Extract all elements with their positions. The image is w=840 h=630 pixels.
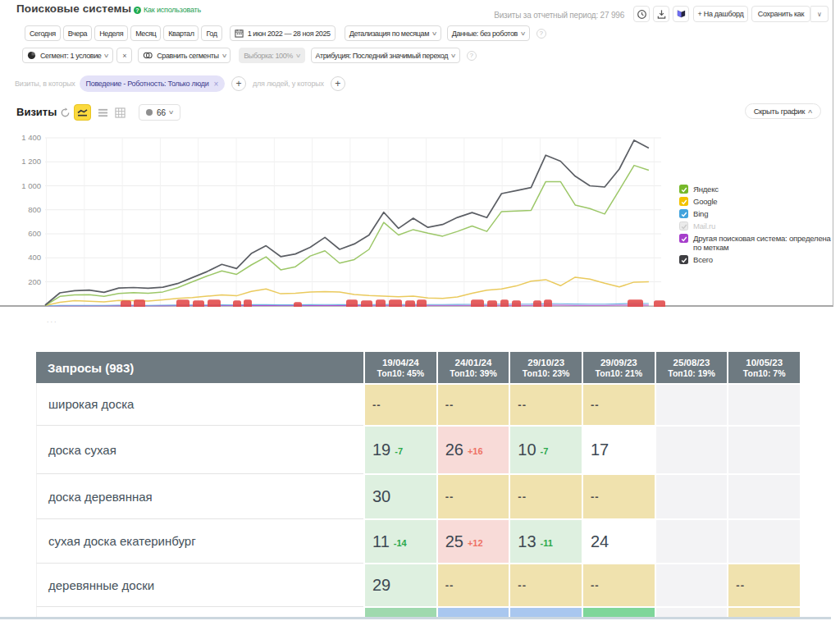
period-yesterday-button[interactable]: Вчера [63,25,92,41]
chart-type-area-button[interactable] [98,107,109,118]
refresh-button[interactable] [60,107,71,118]
table-row: широкая доска-------- [36,383,800,425]
save-as-button[interactable]: Сохранить как [751,6,810,22]
save-as-caret-button[interactable]: ∨ [810,6,829,22]
position-cell[interactable] [655,425,728,473]
position-cell[interactable]: 13-11 [509,518,582,563]
position-cell[interactable] [655,383,728,425]
legend-item[interactable]: Другая поисковая система: определена по … [679,234,835,252]
position-cell[interactable]: -- [509,563,582,606]
page-title: Поисковые системы [16,2,131,15]
position-cell[interactable]: -- [436,473,509,518]
legend-checkbox[interactable] [679,221,688,231]
position-cell[interactable] [655,473,728,518]
position-cell[interactable]: 10-7 [509,425,582,473]
period-week-button[interactable]: Неделя [94,25,128,41]
detalization-button[interactable]: Детализация по месяцам ∨ [345,25,441,41]
legend-item[interactable]: Google [679,197,835,206]
compare-segments-button[interactable]: Сравнить сегменты ∨ [138,48,231,63]
query-cell[interactable]: широкая доска [36,383,363,425]
sample-button[interactable]: Выборка: 100% ∨ [239,48,304,63]
position-cell[interactable]: -- [363,383,436,425]
position-cell[interactable]: 11-14 [363,518,436,563]
query-cell[interactable]: доска сухая [36,425,363,473]
help-link[interactable]: Как использовать [144,6,201,14]
legend-checkbox[interactable] [679,197,688,206]
position-cell[interactable]: -- [582,563,655,606]
period-today-button[interactable]: Сегодня [25,25,61,41]
position-cell[interactable]: -- [436,383,509,425]
clipped-red-text-fragment [244,299,252,307]
segment-clear-button[interactable]: × [116,48,132,63]
attribution-button[interactable]: Атрибуция: Последний значимый переход ∨ [311,48,460,63]
position-cell[interactable] [727,383,800,425]
clipped-red-text-fragment [628,299,643,307]
position-cell[interactable]: -- [509,473,582,518]
legend-checkbox[interactable] [679,255,688,264]
date-header-cell[interactable]: 29/10/23Топ10: 23% [509,352,582,383]
position-cell[interactable] [655,518,728,563]
query-cell[interactable]: доска деревянная [36,473,363,518]
position-cell[interactable]: 19-7 [363,425,436,473]
position-cell[interactable]: 30 [363,473,436,518]
add-to-dashboard-button[interactable]: + На дашборд [693,6,748,22]
period-year-button[interactable]: Год [201,25,221,41]
legend-item[interactable]: Всего [679,255,835,264]
period-toolbar: Сегодня Вчера Неделя Месяц Квартал Год 1… [25,25,546,41]
dot-icon [146,109,153,116]
chart-type-bar-button[interactable] [115,107,126,118]
chart-type-line-button[interactable] [74,104,91,121]
segment-button[interactable]: Сегмент: 1 условие ∨ [22,48,113,63]
no-position-dash: -- [445,399,454,411]
position-cell[interactable]: 24 [582,518,655,563]
position-cell[interactable] [727,518,800,563]
legend-item[interactable]: Яндекс [679,185,835,194]
query-cell[interactable]: сухая доска екатеринбург [36,518,363,563]
position-cell[interactable]: 26+16 [436,425,509,473]
legend-item[interactable]: Bing [679,209,835,218]
position-cell[interactable]: -- [509,383,582,425]
position-cell[interactable]: -- [582,473,655,518]
close-icon[interactable]: × [213,80,218,89]
query-cell[interactable]: деревянные доски [36,563,363,606]
filter-row: Визиты, в которых Поведение - Роботность… [15,75,345,92]
period-quarter-button[interactable]: Квартал [163,25,199,41]
date-header-cell[interactable]: 10/05/23Топ10: 7% [727,352,800,383]
add-filter-button[interactable]: + [231,76,246,91]
data-mode-button[interactable]: Данные: без роботов ∨ [447,25,530,41]
question-icon[interactable]: ? [467,51,477,61]
period-month-button[interactable]: Месяц [130,25,161,41]
position-cell[interactable]: 17 [582,425,655,473]
position-cell[interactable]: -- [727,563,800,606]
date-header-cell[interactable]: 25/08/23Топ10: 19% [655,352,728,383]
hide-chart-button[interactable]: Скрыть график ∧ [745,103,821,119]
position-cell[interactable] [727,473,800,518]
legend-label: Google [693,197,717,206]
export-button[interactable] [653,6,669,22]
position-cell[interactable]: -- [582,383,655,425]
date-range-button[interactable]: 1 июн 2022 — 28 ноя 2025 [230,25,336,41]
position-cell[interactable]: -- [436,563,509,606]
alarm-button[interactable] [633,6,650,22]
add-user-filter-button[interactable]: + [331,76,345,91]
filter-chip[interactable]: Поведение - Роботность: Только люди × [80,75,225,92]
legend-item[interactable]: Mail.ru [679,221,835,231]
queries-header-cell[interactable]: Запросы (983) [36,352,363,383]
position-value: 25 [445,532,463,551]
points-count-button[interactable]: 66 ∨ [139,104,180,121]
position-cell[interactable]: 29 [363,563,436,606]
question-icon[interactable]: ? [536,29,546,39]
bar-chart-icon [115,107,126,118]
position-cell [582,606,655,618]
metrica-widget-button[interactable] [673,6,689,22]
legend-checkbox[interactable] [679,185,688,194]
legend-checkbox[interactable] [679,209,688,218]
position-cell[interactable] [727,425,800,473]
position-cell[interactable] [655,563,728,606]
date-header-cell[interactable]: 19/04/24Топ10: 45% [363,352,436,383]
legend-checkbox[interactable] [679,234,688,243]
clipped-red-text-fragment [417,299,427,307]
date-header-cell[interactable]: 29/09/23Топ10: 21% [582,352,655,383]
position-cell[interactable]: 25+12 [436,518,509,563]
date-header-cell[interactable]: 24/01/24Топ10: 39% [436,352,509,383]
